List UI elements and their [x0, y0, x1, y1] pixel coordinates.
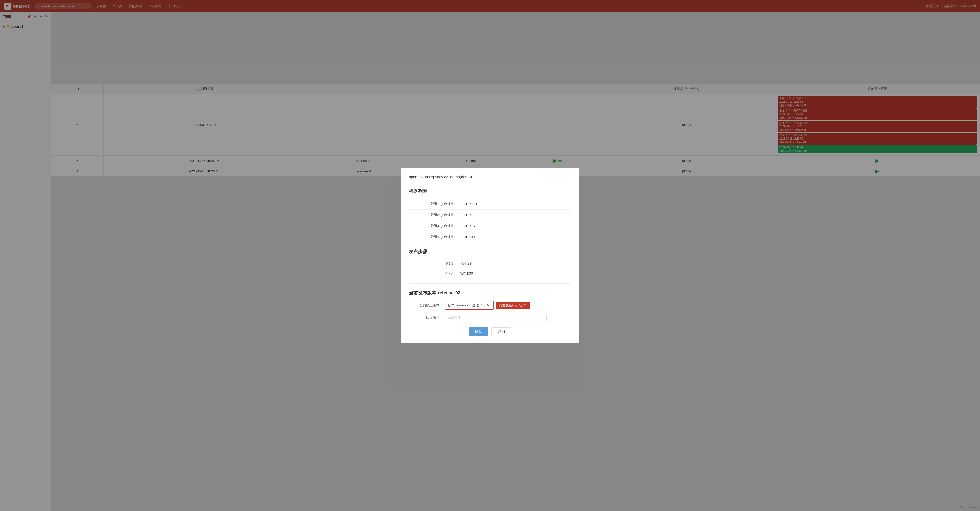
machine-ip-3: 10.60.77.75	[460, 224, 477, 228]
rollback-input[interactable]	[444, 314, 547, 321]
machine-ip-1: 10.60.77.61	[460, 202, 477, 206]
step-value-2: 发布程序	[460, 271, 473, 276]
step-row-2: 第2步: 发布程序	[409, 269, 571, 278]
current-version-row: 当前线上版本: 版本:release-03 占比: 100 % 点击使用为回滚版…	[409, 301, 571, 310]
steps-section: 发布步骤 第1步: 同步文件 第2步: 发布程序	[409, 248, 571, 283]
machine-list-section: 机器列表 分组1: (1台机器) 10.60.77.61 分组2: (1台机器)…	[409, 188, 571, 242]
machine-label-4: 分组4: (1台机器)	[409, 234, 460, 239]
version-badge-container: 版本:release-03 占比: 100 % 点击使用为回滚版本	[444, 301, 530, 310]
current-version-title: 当前发布版本:release-03	[409, 290, 571, 296]
modal-overlay[interactable]: open-c3.ops.opsdev.c3_demo(demo) 机器列表 分组…	[0, 0, 980, 511]
machine-ip-2: 10.60.77.62	[460, 213, 477, 217]
rollback-to-version-button[interactable]: 点击使用为回滚版本	[496, 302, 530, 309]
machine-row-2: 分组2: (1台机器) 10.60.77.62	[409, 210, 571, 221]
modal-title-text: open-c3.ops.opsdev.c3_demo(demo)	[409, 175, 472, 179]
confirm-button[interactable]: 确认	[469, 327, 488, 336]
machine-list-title: 机器列表	[409, 188, 571, 194]
current-version-label: 当前线上版本:	[409, 303, 444, 307]
cancel-button[interactable]: 取消	[491, 327, 511, 336]
rollback-label: 回滚版本:	[409, 315, 444, 320]
modal-actions: 确认 取消	[409, 327, 571, 336]
machine-ip-4: 10.10.10.10	[460, 235, 477, 239]
step-label-2: 第2步:	[409, 271, 460, 276]
version-info-box: 版本:release-03 占比: 100 %	[444, 301, 494, 310]
machine-label-3: 分组3: (1台机器)	[409, 224, 460, 228]
current-version-section: 当前发布版本:release-03 当前线上版本: 版本:release-03 …	[409, 290, 571, 321]
machine-row-4: 分组4: (1台机器) 10.10.10.10	[409, 231, 571, 242]
rollback-version-row: 回滚版本:	[409, 314, 571, 321]
machine-row-1: 分组1: (1台机器) 10.60.77.61	[409, 199, 571, 210]
machine-label-1: 分组1: (1台机器)	[409, 202, 460, 206]
modal-title: open-c3.ops.opsdev.c3_demo(demo)	[409, 175, 571, 183]
modal-dialog: open-c3.ops.opsdev.c3_demo(demo) 机器列表 分组…	[401, 169, 579, 342]
step-label-1: 第1步:	[409, 261, 460, 266]
step-value-1: 同步文件	[460, 261, 473, 266]
steps-title: 发布步骤	[409, 248, 571, 255]
machine-row-3: 分组3: (1台机器) 10.60.77.75	[409, 221, 571, 231]
step-row-1: 第1步: 同步文件	[409, 259, 571, 269]
machine-label-2: 分组2: (1台机器)	[409, 213, 460, 217]
